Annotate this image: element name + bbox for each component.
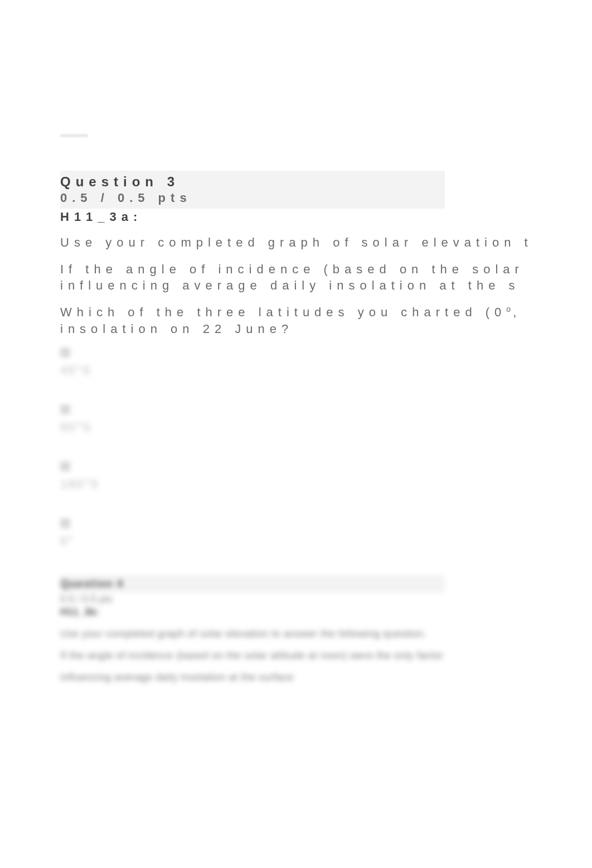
question-body-blurred-line-3: influencing average daily insolation at …	[60, 672, 592, 683]
text-span: insolation on 22 June?	[60, 322, 293, 336]
question-title-blurred: Question 4	[60, 577, 445, 590]
question-content: Question 3 0.5 / 0.5 pts H11_3a: Use you…	[60, 134, 592, 683]
text-span: Which of the three latitudes you charted…	[60, 305, 506, 319]
question-3: Question 3 0.5 / 0.5 pts H11_3a: Use you…	[60, 171, 592, 548]
option-label: 90°S	[60, 420, 592, 435]
option-label: 0°	[60, 534, 592, 548]
question-header-blurred: Question 4	[60, 575, 445, 592]
question-code-blurred: H11_3b:	[60, 606, 592, 618]
question-points-blurred: 0.5 / 0.5 pts	[60, 594, 592, 605]
radio-icon	[60, 518, 70, 528]
text-span: If the angle of incidence (based on the …	[60, 262, 524, 276]
answer-option[interactable]: 45°S	[60, 348, 592, 378]
question-points: 0.5 / 0.5 pts	[60, 191, 445, 209]
question-4-blurred: Question 4 0.5 / 0.5 pts H11_3b: Use you…	[60, 575, 592, 683]
answer-option[interactable]: 90°S	[60, 404, 592, 435]
question-body-line-1: Use your completed graph of solar elevat…	[60, 234, 592, 251]
answer-options: 45°S 90°S 180°S 0°	[60, 348, 592, 548]
question-header: Question 3 0.5 / 0.5 pts	[60, 171, 445, 209]
radio-icon	[60, 404, 70, 414]
question-body-line-2: If the angle of incidence (based on the …	[60, 261, 592, 294]
text-span: influencing average daily insolation at …	[60, 278, 520, 292]
text-span: ,	[513, 305, 521, 319]
option-label: 45°S	[60, 363, 592, 378]
answer-option[interactable]: 0°	[60, 518, 592, 548]
question-body-line-3: Which of the three latitudes you charted…	[60, 304, 592, 337]
radio-icon	[60, 348, 70, 358]
question-title: Question 3	[60, 171, 445, 191]
option-label: 180°S	[60, 477, 592, 491]
radio-icon	[60, 461, 70, 471]
question-body-blurred-line-2: If the angle of incidence (based on the …	[60, 650, 592, 662]
question-body-blurred-line-1: Use your completed graph of solar elevat…	[60, 628, 592, 640]
degree-superscript: o	[506, 305, 513, 314]
question-code: H11_3a:	[60, 210, 592, 224]
top-mark	[60, 134, 88, 137]
answer-option[interactable]: 180°S	[60, 461, 592, 491]
